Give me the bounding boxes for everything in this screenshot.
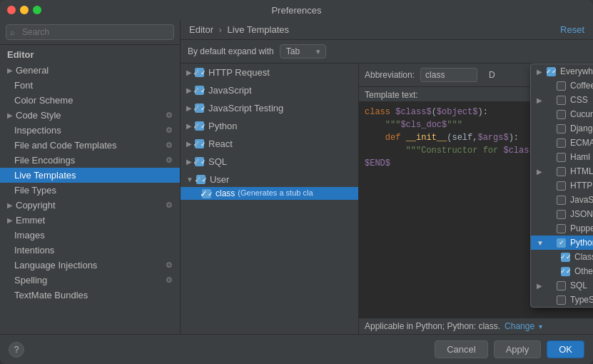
sidebar-item-copyright[interactable]: ▶ Copyright ⚙	[0, 198, 180, 213]
dd-cb-other[interactable]: ✓	[561, 267, 570, 276]
sidebar-label-general: General	[16, 65, 49, 76]
dd-item-html[interactable]: ▶ HTML	[531, 164, 593, 178]
dd-item-other[interactable]: ✓ Other	[531, 264, 593, 278]
expand-select[interactable]: Tab Enter Space	[280, 44, 326, 59]
dd-cb-sql[interactable]	[557, 281, 566, 290]
dd-arrow-icon: ▶	[537, 96, 544, 104]
settings-icon: ⚙	[166, 111, 173, 120]
group-checkbox-react[interactable]: ✓	[195, 139, 204, 148]
dd-cb-puppet[interactable]	[557, 224, 566, 233]
dd-item-http[interactable]: HTTP Request	[531, 178, 593, 193]
sidebar-item-font[interactable]: Font	[0, 78, 180, 93]
dd-label-puppet: Puppet	[570, 223, 593, 233]
sidebar-item-images[interactable]: Images	[0, 228, 180, 243]
dd-cb-ecma[interactable]	[557, 138, 566, 148]
dd-cb-class[interactable]: ✓	[561, 253, 570, 262]
dd-cb-python[interactable]: ✓	[557, 238, 566, 248]
settings-icon: ⚙	[166, 261, 173, 270]
preferences-window: Preferences ⌕ Editor ▶ General Font	[0, 0, 593, 364]
dd-label-http: HTTP Request	[570, 181, 593, 191]
dd-item-python[interactable]: ▼ ✓ Python	[531, 236, 593, 250]
dd-item-class[interactable]: ✓ Class	[531, 250, 593, 264]
sidebar-item-spelling[interactable]: Spelling ⚙	[0, 273, 180, 288]
tpl-item-class[interactable]: ✓ class (Generates a stub cla	[181, 187, 358, 200]
group-checkbox-python[interactable]: ✓	[195, 121, 204, 131]
dd-cb-http[interactable]	[557, 181, 566, 191]
tpl-group-header-js[interactable]: ▶ ✓ JavaScript	[181, 83, 358, 98]
traffic-lights	[7, 6, 41, 14]
maximize-button[interactable]	[33, 6, 41, 14]
sidebar-item-file-code-templates[interactable]: File and Code Templates ⚙	[0, 138, 180, 153]
tpl-group-user: ▼ ✓ User ✓ class (Generates a stub cla	[181, 171, 358, 201]
tpl-group-header-http[interactable]: ▶ ✓ HTTP Request	[181, 65, 358, 80]
sidebar-label-file-code-templates: File and Code Templates	[14, 140, 117, 151]
sidebar-item-language-injections[interactable]: Language Injections ⚙	[0, 258, 180, 273]
dd-item-coffeescript[interactable]: CoffeeScript	[531, 79, 593, 93]
dd-item-everywhere[interactable]: ▶ ✓ Everywhere	[531, 64, 593, 79]
dd-cb-typescript[interactable]	[557, 295, 566, 305]
sidebar-label-language-injections: Language Injections	[14, 260, 97, 271]
window-title: Preferences	[271, 5, 321, 16]
tpl-group-python: ▶ ✓ Python	[181, 117, 358, 135]
ok-button[interactable]: OK	[547, 340, 584, 358]
tpl-group-header-user[interactable]: ▼ ✓ User	[181, 172, 358, 187]
dd-item-js-ts[interactable]: JavaScript and TypeScript	[531, 193, 593, 207]
group-checkbox-js[interactable]: ✓	[195, 86, 204, 95]
breadcrumb-separator: ›	[219, 24, 222, 35]
minimize-button[interactable]	[20, 6, 29, 14]
tpl-group-header-react[interactable]: ▶ ✓ React	[181, 136, 358, 151]
dd-cb-cucumber[interactable]	[557, 110, 566, 119]
sidebar-item-file-encodings[interactable]: File Encodings ⚙	[0, 153, 180, 168]
sidebar-item-textmate-bundles[interactable]: TextMate Bundles	[0, 288, 180, 303]
dd-cb-json[interactable]	[557, 210, 566, 219]
panel-body: ▶ ✓ HTTP Request ▶ ✓ JavaScript	[181, 64, 593, 334]
reset-button[interactable]: Reset	[560, 24, 584, 35]
sidebar-item-intentions[interactable]: Intentions	[0, 243, 180, 258]
dd-item-puppet[interactable]: Puppet	[531, 221, 593, 236]
dd-item-ecma[interactable]: ECMAScript 6 or higher	[531, 136, 593, 150]
group-checkbox-js-testing[interactable]: ✓	[195, 103, 204, 113]
sidebar-item-emmet[interactable]: ▶ Emmet	[0, 213, 180, 228]
cancel-button[interactable]: Cancel	[435, 340, 487, 358]
apply-button[interactable]: Apply	[494, 340, 542, 358]
change-chevron-icon: ▾	[539, 323, 542, 330]
tpl-group-header-python[interactable]: ▶ ✓ Python	[181, 118, 358, 133]
dd-item-haml[interactable]: Haml	[531, 150, 593, 164]
dd-cb-css[interactable]	[557, 96, 566, 105]
sidebar-label-textmate-bundles: TextMate Bundles	[14, 290, 88, 300]
help-button[interactable]: ?	[9, 342, 24, 358]
dd-item-sql[interactable]: ▶ SQL	[531, 278, 593, 293]
dd-cb-everywhere[interactable]: ✓	[547, 67, 556, 76]
settings-icon: ⚙	[166, 201, 173, 210]
expand-arrow-icon: ▼	[186, 176, 193, 183]
dd-item-django[interactable]: Django Templates	[531, 121, 593, 136]
dd-cb-coffeescript[interactable]	[557, 81, 566, 91]
sidebar-item-live-templates[interactable]: Live Templates	[0, 168, 180, 183]
dd-item-typescript[interactable]: TypeScript	[531, 293, 593, 307]
dd-item-css[interactable]: ▶ CSS	[531, 93, 593, 107]
sidebar-item-inspections[interactable]: Inspections ⚙	[0, 123, 180, 138]
tpl-group-header-sql[interactable]: ▶ ✓ SQL	[181, 154, 358, 169]
dd-cb-django[interactable]	[557, 124, 566, 133]
item-checkbox-class[interactable]: ✓	[202, 189, 211, 198]
abbr-input[interactable]	[420, 68, 477, 82]
group-checkbox-user[interactable]: ✓	[196, 175, 206, 184]
sidebar-item-file-types[interactable]: File Types	[0, 183, 180, 198]
sidebar-item-color-scheme[interactable]: Color Scheme	[0, 93, 180, 108]
group-checkbox-sql[interactable]: ✓	[195, 157, 204, 166]
group-label-http: HTTP Request	[208, 67, 270, 78]
search-input[interactable]	[6, 24, 174, 40]
group-checkbox-http[interactable]: ✓	[195, 68, 204, 77]
sidebar-item-general[interactable]: ▶ General	[0, 63, 180, 78]
change-link[interactable]: Change	[505, 321, 534, 331]
group-label-react: React	[208, 138, 233, 149]
dd-item-json[interactable]: JSON	[531, 207, 593, 221]
dd-cb-js-ts[interactable]	[557, 196, 566, 205]
dd-cb-haml[interactable]	[557, 153, 566, 162]
dd-cb-html[interactable]	[557, 167, 566, 176]
dd-item-cucumber[interactable]: Cucumber feature	[531, 107, 593, 121]
close-button[interactable]	[7, 6, 16, 14]
tpl-group-header-js-testing[interactable]: ▶ ✓ JavaScript Testing	[181, 101, 358, 116]
sidebar-label-color-scheme: Color Scheme	[14, 95, 73, 106]
sidebar-item-code-style[interactable]: ▶ Code Style ⚙	[0, 108, 180, 123]
